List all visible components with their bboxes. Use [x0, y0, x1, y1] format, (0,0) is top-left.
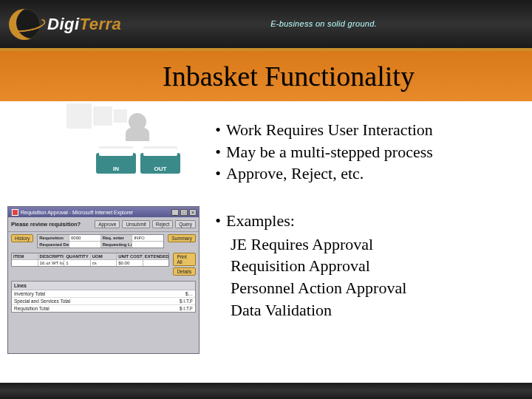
title-band: Inbasket Functionality: [0, 48, 532, 101]
line-items-grid: ITEM DESCRIPTION QUANTITY UOM UNIT COST …: [11, 253, 169, 267]
col-header: ITEM: [12, 253, 38, 259]
logo-text-b: Terra: [80, 15, 122, 33]
summary-button[interactable]: Summary: [168, 234, 196, 242]
left-column: IN OUT Requisition Approval - Microsoft …: [7, 115, 200, 354]
window-title: Requisition Approval - Microsoft Interne…: [21, 210, 133, 215]
examples-sublist: JE Requires Approval Requisition Approva…: [210, 233, 525, 321]
field-label: Requesting Location: [101, 242, 133, 248]
history-button[interactable]: History: [11, 234, 33, 242]
close-icon[interactable]: ×: [189, 209, 197, 216]
minimize-icon[interactable]: _: [171, 209, 179, 216]
inbox-outbox-clipart: IN OUT: [92, 119, 188, 178]
logo: DigiTerra: [9, 9, 121, 40]
field-label: Requisition: [38, 235, 69, 241]
field-label: Requested Delivery Date: [38, 242, 69, 248]
col-header: DESCRIPTION: [38, 253, 65, 259]
app-icon: [12, 209, 18, 216]
col-header: EXTENDED COST: [143, 253, 169, 259]
field-value: [132, 242, 163, 248]
field-label: Req. enter: [101, 235, 133, 241]
details-button[interactable]: Details: [173, 267, 196, 276]
person-icon: [129, 113, 146, 131]
field-value: 0000: [69, 235, 101, 241]
field-value: [69, 242, 101, 248]
brand-header: DigiTerra E-business on solid ground.: [0, 0, 532, 48]
approve-button[interactable]: Approve: [95, 220, 120, 228]
slide-content: IN OUT Requisition Approval - Microsoft …: [0, 101, 532, 354]
example-item: Requisition Approval: [231, 255, 525, 277]
examples-heading: Examples:: [210, 210, 525, 232]
totals-row: Special and Services Total$ I.T.F: [12, 298, 195, 305]
example-item: JE Requires Approval: [231, 233, 525, 256]
bullet-list-top: Work Requires User Interaction May be a …: [210, 119, 525, 185]
query-button[interactable]: Query: [175, 220, 196, 228]
prompt-bar: Please review requisition? Approve Unsub…: [8, 217, 199, 232]
slide-title: Inbasket Functionality: [163, 60, 415, 92]
right-column: Work Requires User Interaction May be a …: [210, 115, 525, 354]
logo-mark-icon: [9, 9, 40, 40]
bullet-list-examples: Examples:: [210, 210, 525, 232]
footer-strip: [0, 383, 532, 399]
field-value: INFO: [132, 235, 163, 241]
table-row[interactable]: 16 oz WT foam c 1 cs $0.00: [12, 260, 168, 266]
fields-grid: Requisition 0000 Req. enter INFO Request…: [37, 234, 164, 248]
col-header: UNIT COST: [117, 253, 143, 259]
tray-in-icon: IN: [96, 153, 136, 174]
tray-out-icon: OUT: [140, 153, 180, 174]
example-item: Data Validation: [231, 299, 525, 321]
bullet-item: Work Requires User Interaction: [210, 119, 525, 141]
totals-row: Requisition Total$ I.T.F: [12, 305, 195, 312]
totals-panel: Lines Inventory Total$… Special and Serv…: [11, 281, 196, 313]
col-header: QUANTITY: [64, 253, 91, 259]
reject-button[interactable]: Reject: [152, 220, 173, 228]
logo-text-a: Digi: [47, 15, 80, 33]
review-prompt: Please review requisition?: [11, 221, 81, 228]
window-titlebar: Requisition Approval - Microsoft Interne…: [8, 207, 199, 217]
bullet-item: Approve, Reject, etc.: [210, 163, 525, 185]
totals-title: Lines: [12, 282, 195, 290]
maximize-icon[interactable]: □: [180, 209, 188, 216]
example-item: Personnel Action Approval: [231, 277, 525, 299]
print-all-button[interactable]: Print All: [173, 253, 196, 266]
logo-text: DigiTerra: [47, 15, 121, 34]
window-controls: _ □ ×: [171, 209, 197, 216]
col-header: UOM: [91, 253, 117, 259]
bullet-item: May be a multi-stepped process: [210, 141, 525, 163]
unsubmit-button[interactable]: Unsubmit: [122, 220, 149, 228]
embedded-screenshot: Requisition Approval - Microsoft Interne…: [7, 206, 200, 354]
totals-row: Inventory Total$…: [12, 290, 195, 298]
brand-tagline: E-business on solid ground.: [270, 19, 377, 28]
